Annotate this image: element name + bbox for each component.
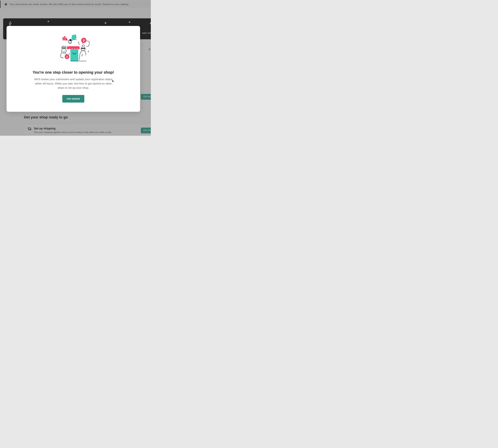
modal-body: We'll review your submission and update … [33,77,114,90]
svg-rect-3 [64,36,65,40]
modal-title: You're one step closer to opening your s… [17,70,130,75]
svg-rect-9 [70,49,78,61]
get-started-button[interactable]: Get started [62,95,84,103]
svg-point-11 [62,48,66,53]
svg-rect-2 [62,37,64,40]
modal-overlay: $ $ [0,0,151,136]
onboarding-modal: $ $ [7,26,140,112]
celebration-illustration: $ $ [56,34,90,64]
svg-text:$: $ [83,39,85,42]
svg-text:$: $ [66,56,68,58]
svg-point-6 [69,39,72,41]
